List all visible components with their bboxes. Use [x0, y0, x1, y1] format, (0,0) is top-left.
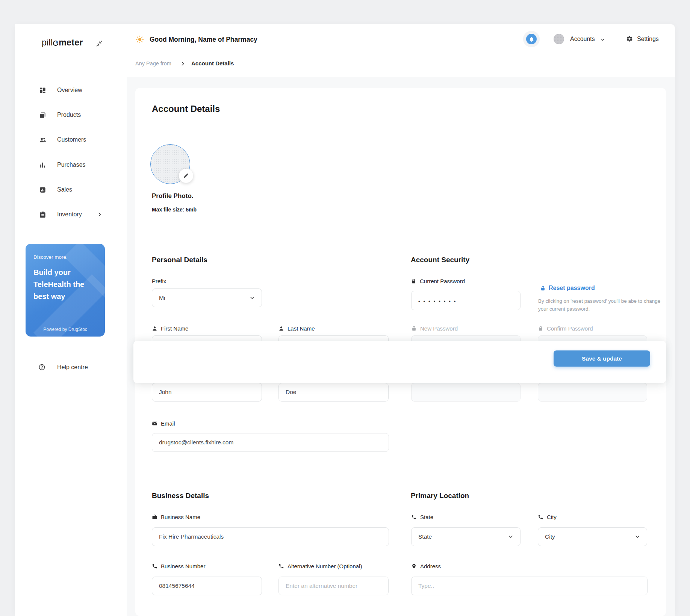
state-select[interactable]: State	[411, 527, 521, 546]
lock-icon	[411, 278, 416, 284]
business-number-label: Business Number	[152, 563, 205, 569]
sidebar-item-purchases[interactable]: Purchases	[15, 157, 127, 173]
alternative-number-label: Alternative Number (Optional)	[278, 563, 362, 569]
bar-chart-icon	[39, 162, 46, 169]
last-name-label-text: Last Name	[288, 325, 315, 332]
primary-location-heading: Primary Location	[411, 492, 469, 500]
promo-footer: Powered by DrugStoc	[26, 327, 105, 332]
app-logo: pillmeter	[42, 38, 83, 48]
save-update-button[interactable]: Save & update	[554, 350, 650, 367]
people-icon	[39, 136, 46, 143]
sidebar-item-overview[interactable]: Overview	[15, 82, 127, 98]
address-input[interactable]	[411, 577, 648, 595]
sun-icon	[136, 35, 144, 44]
breadcrumb-parent[interactable]: Any Page from	[135, 60, 171, 66]
lock-icon	[538, 326, 543, 331]
promo-eyebrow: Discover more.	[33, 254, 68, 260]
confirm-password-input[interactable]	[538, 383, 647, 402]
chevron-right-icon	[97, 212, 102, 217]
reset-password-link[interactable]: Reset password	[540, 285, 595, 291]
briefcase-icon	[152, 514, 157, 520]
chevron-down-icon	[250, 295, 255, 300]
reset-password-link-text: Reset password	[549, 285, 595, 291]
sidebar-item-label: Products	[57, 112, 81, 118]
sidebar: pillmeter Overview Products Customers Pu…	[15, 24, 127, 616]
sidebar-item-customers[interactable]: Customers	[15, 132, 127, 148]
copy-stack-icon	[39, 112, 46, 119]
confirm-password-label: Confirm Password	[538, 325, 593, 332]
profile-photo-label: Profile Photo.	[152, 192, 194, 200]
business-name-input[interactable]	[152, 527, 389, 546]
business-number-input[interactable]	[152, 577, 262, 595]
prefix-value: Mr	[159, 294, 166, 301]
clipboard-icon	[39, 211, 46, 218]
email-input[interactable]	[152, 433, 389, 452]
user-avatar[interactable]	[554, 34, 564, 44]
sidebar-item-label: Help centre	[57, 364, 88, 371]
email-label-text: Email	[161, 420, 175, 427]
address-label-text: Address	[420, 563, 441, 569]
logo-gauge-icon	[53, 41, 58, 46]
grid-icon	[39, 87, 46, 94]
accounts-menu[interactable]: Accounts	[570, 36, 595, 42]
sidebar-item-label: Inventory	[57, 211, 82, 218]
pencil-icon	[183, 173, 189, 179]
notifications-button[interactable]	[523, 31, 540, 47]
settings-button[interactable]: Settings	[637, 36, 659, 42]
chevron-down-icon	[508, 534, 513, 539]
sidebar-item-sales[interactable]: Sales	[15, 182, 127, 198]
lock-icon	[411, 326, 417, 331]
sidebar-item-label: Customers	[57, 136, 86, 143]
person-icon	[278, 326, 284, 331]
sidebar-collapse-icon[interactable]	[95, 40, 103, 47]
chart-box-icon	[39, 186, 46, 193]
bell-icon	[526, 34, 537, 44]
first-name-input[interactable]	[152, 383, 262, 402]
first-name-label: First Name	[152, 325, 188, 332]
state-label: State	[411, 514, 433, 520]
business-details-heading: Business Details	[152, 492, 209, 500]
question-circle-icon	[38, 364, 45, 371]
sidebar-item-label: Purchases	[57, 162, 86, 168]
logo-suffix: meter	[59, 38, 83, 47]
business-number-label-text: Business Number	[161, 563, 205, 569]
personal-details-heading: Personal Details	[152, 256, 207, 264]
password-mask: ••••••••	[418, 297, 459, 304]
telehealth-promo-card[interactable]: Discover more. Build your TeleHealth the…	[26, 244, 105, 337]
page-title: Account Details	[152, 104, 220, 114]
gear-icon[interactable]	[626, 35, 633, 42]
prefix-select[interactable]: Mr	[152, 288, 262, 307]
phone-icon	[538, 514, 543, 520]
profile-photo-hint: Max file size: 5mb	[152, 207, 197, 213]
current-password-label-text: Current Password	[420, 278, 465, 284]
city-select[interactable]: City	[538, 527, 647, 546]
phone-icon	[411, 514, 417, 520]
state-value: State	[418, 533, 432, 540]
envelope-icon	[152, 421, 157, 426]
greeting-text: Good Morning, Name of Pharmacy	[150, 36, 257, 44]
current-password-label: Current Password	[411, 278, 465, 284]
city-label: City	[538, 514, 557, 520]
edit-photo-button[interactable]	[179, 169, 193, 183]
first-name-label-text: First Name	[161, 325, 188, 332]
prefix-label: Prefix	[152, 278, 166, 284]
current-password-input[interactable]: ••••••••	[411, 291, 521, 310]
sidebar-item-products[interactable]: Products	[15, 107, 127, 123]
sidebar-item-help-centre[interactable]: Help centre	[15, 360, 127, 375]
chevron-down-icon[interactable]	[600, 37, 605, 42]
email-label: Email	[152, 420, 175, 427]
app-window: pillmeter Overview Products Customers Pu…	[15, 24, 675, 616]
logo-prefix: pill	[42, 38, 53, 47]
sidebar-item-label: Sales	[57, 186, 72, 193]
breadcrumb-current[interactable]: Account Details	[191, 60, 234, 66]
sidebar-item-inventory[interactable]: Inventory	[15, 207, 127, 222]
phone-icon	[278, 563, 284, 569]
phone-icon	[152, 563, 157, 569]
address-label: Address	[411, 563, 441, 569]
prefix-label-text: Prefix	[152, 278, 166, 284]
city-label-text: City	[547, 514, 557, 520]
state-label-text: State	[420, 514, 433, 520]
last-name-input[interactable]	[278, 383, 389, 402]
new-password-input[interactable]	[411, 383, 521, 402]
alternative-number-input[interactable]	[278, 577, 389, 595]
